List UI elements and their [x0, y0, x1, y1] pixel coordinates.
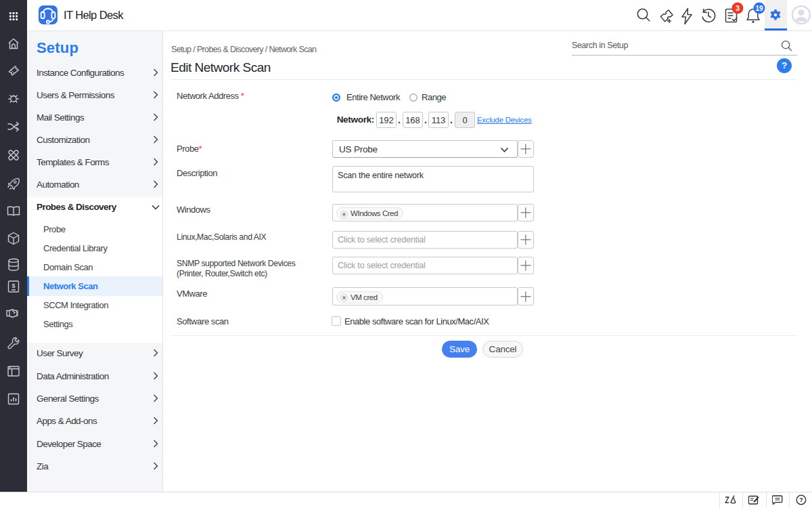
svg-text:$: $: [12, 282, 15, 289]
svg-text:?: ?: [799, 496, 803, 503]
